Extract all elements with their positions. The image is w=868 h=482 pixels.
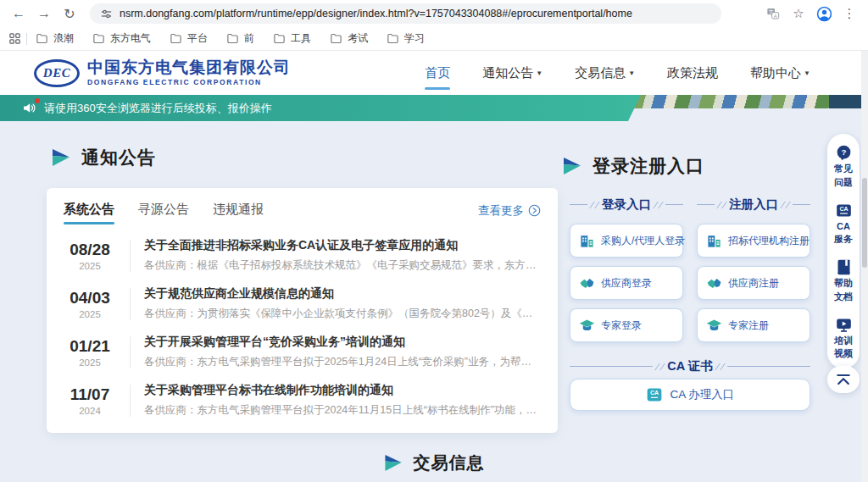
bookmark-folder[interactable]: 前 [226, 31, 254, 46]
notice-date: 11/07 [64, 385, 116, 404]
ca-badge-icon: CA [646, 386, 663, 403]
video-icon [835, 316, 853, 334]
nav-notices[interactable]: 通知公告▼ [481, 60, 544, 86]
notice-desc: 各供应商：东方电气采购管理平台拟于2025年1月24日上线“竞价采购”业务，为帮… [144, 355, 541, 369]
notice-year: 2025 [64, 261, 116, 271]
svg-text:CA: CA [649, 390, 658, 396]
bookmark-folder[interactable]: 东方电气 [92, 31, 151, 46]
bookmark-folder[interactable]: 考试 [330, 31, 368, 46]
graduation-cap-icon [579, 318, 595, 334]
apps-grid-icon[interactable] [8, 32, 21, 45]
browser-toolbar: ← → ↻ nsrm.dongfang.com/platform/runtime… [0, 0, 868, 27]
company-logo[interactable]: DEC 中国东方电气集团有限公司 DONGFANG ELECTRIC CORPO… [34, 59, 291, 87]
notice-year: 2025 [64, 357, 116, 368]
quick-toolbar: ? 常见 问题 CA CA 服务 帮助 文档 培训 视频 [827, 134, 860, 368]
bookmark-folder[interactable]: 平台 [170, 31, 208, 46]
question-icon: ? [835, 144, 853, 162]
divider [130, 240, 131, 272]
site-settings-icon[interactable] [100, 8, 113, 20]
notice-desc: 各供应商：东方电气采购管理平台拟于2024年11月15日上线“标书在线制作”功能… [144, 403, 541, 418]
section-title: 交易信息 [414, 452, 485, 474]
section-arrow-icon [51, 148, 71, 167]
notice-row[interactable]: 04/03 2025 关于规范供应商企业规模信息的通知 各供应商：为贯彻落实《保… [64, 280, 541, 328]
nav-home[interactable]: 首页 [423, 60, 452, 86]
ca-service-tool[interactable]: CA CA 服务 [834, 202, 853, 247]
address-bar[interactable]: nsrm.dongfang.com/platform/runtime/epp/d… [90, 3, 721, 24]
training-videos-tool[interactable]: 培训 视频 [834, 316, 853, 361]
notice-row[interactable]: 01/21 2025 关于开展采购管理平台“竞价采购业务”培训的通知 各供应商：… [64, 328, 541, 376]
view-more-link[interactable]: 查看更多 [478, 203, 541, 224]
trade-section-header: 交易信息 [384, 452, 485, 474]
section-title: 通知公告 [81, 146, 156, 169]
expert-register-button[interactable]: 专家注册 [697, 308, 810, 342]
supplier-register-button[interactable]: 供应商注册 [697, 266, 810, 300]
bookmark-folder[interactable]: 工具 [273, 31, 311, 46]
reload-button[interactable]: ↻ [59, 3, 80, 24]
bookmark-star-icon[interactable]: ☆ [790, 5, 807, 22]
supplier-login-button[interactable]: 供应商登录 [570, 266, 683, 300]
notice-list: 08/28 2025 关于全面推进非招标采购业务CA认证及电子签章应用的通知 各… [64, 231, 541, 424]
tab-violation-reports[interactable]: 违规通报 [213, 202, 264, 224]
company-name-en: DONGFANG ELECTRIC CORPORATION [87, 78, 291, 86]
notice-section-header: 通知公告 [51, 146, 156, 169]
svg-text:?: ? [841, 147, 846, 157]
notice-desc: 各供应商：为贯彻落实《保障中小企业款项支付条例》（国务院令第802号）及《中小企… [144, 307, 541, 321]
chevron-down-icon: ▼ [536, 69, 542, 77]
forward-button[interactable]: → [34, 3, 54, 24]
nav-policies[interactable]: 政策法规 [665, 60, 720, 86]
notice-tabs: 系统公告 寻源公告 违规通报 查看更多 [64, 202, 541, 224]
speaker-icon [22, 101, 36, 115]
scrollbar-thumb[interactable] [862, 178, 867, 268]
ca-cert-header: CA 证书 [570, 358, 810, 374]
svg-text:A: A [774, 14, 777, 19]
expert-login-button[interactable]: 专家登录 [570, 308, 683, 342]
company-name-cn: 中国东方电气集团有限公司 [87, 59, 291, 77]
notice-row[interactable]: 11/07 2024 关于采购管理平台标书在线制作功能培训的通知 各供应商：东方… [64, 376, 541, 424]
help-docs-tool[interactable]: 帮助 文档 [834, 258, 853, 303]
handshake-icon [579, 275, 595, 291]
notice-title: 关于全面推进非招标采购业务CA认证及电子签章应用的通知 [144, 238, 541, 253]
page-scrollbar[interactable] [861, 51, 868, 482]
notice-year: 2025 [64, 309, 116, 319]
notice-year: 2024 [64, 406, 116, 416]
svg-text:CA: CA [839, 205, 848, 211]
tab-sourcing-notices[interactable]: 寻源公告 [138, 202, 189, 224]
handshake-icon [706, 275, 722, 291]
bookmarks-bar: 浪潮 东方电气 平台 前 工具 考试 学习 [0, 27, 868, 51]
book-icon [835, 258, 853, 276]
faq-tool[interactable]: ? 常见 问题 [834, 144, 853, 189]
buyer-agent-login-button[interactable]: 采购人/代理人登录 [570, 224, 683, 258]
back-button[interactable]: ← [8, 3, 29, 24]
login-entry-header: 登录入口 [570, 197, 683, 213]
login-section-header: 登录注册入口 [562, 154, 704, 178]
translate-icon[interactable]: 文A [765, 5, 782, 22]
divider [130, 336, 131, 368]
notice-row[interactable]: 08/28 2025 关于全面推进非招标采购业务CA认证及电子签章应用的通知 各… [64, 231, 541, 280]
divider [26, 33, 27, 45]
site-header: DEC 中国东方电气集团有限公司 DONGFANG ELECTRIC CORPO… [0, 51, 868, 95]
back-to-top-button[interactable] [827, 366, 860, 393]
profile-avatar-icon[interactable] [815, 5, 832, 22]
arrow-up-icon [835, 373, 852, 386]
tab-system-notices[interactable]: 系统公告 [64, 202, 114, 224]
url-text: nsrm.dongfang.com/platform/runtime/epp/d… [120, 8, 632, 19]
bidding-agency-register-button[interactable]: 招标代理机构注册 [697, 224, 810, 258]
building-icon [579, 233, 595, 249]
circle-arrow-icon [528, 204, 541, 217]
notice-date: 04/03 [64, 289, 116, 307]
portal-buttons: 采购人/代理人登录 招标代理机构注册 供应商登录 供应商注册 专家登录 专家注册 [570, 224, 810, 342]
ca-card-icon: CA [835, 202, 853, 219]
notice-title: 关于开展采购管理平台“竞价采购业务”培训的通知 [144, 335, 541, 350]
bookmark-folder[interactable]: 学习 [387, 31, 425, 46]
notice-title: 关于采购管理平台标书在线制作功能培训的通知 [144, 383, 541, 398]
ca-apply-button[interactable]: CA CA 办理入口 [570, 379, 810, 411]
menu-dots-icon[interactable]: ⋮ [841, 5, 858, 22]
chevron-down-icon: ▼ [628, 69, 635, 77]
nav-help-center[interactable]: 帮助中心▼ [748, 60, 812, 86]
nav-trade-info[interactable]: 交易信息▼ [573, 60, 637, 86]
bookmark-folder[interactable]: 浪潮 [36, 31, 74, 46]
divider [130, 385, 131, 417]
notice-ticker[interactable]: 请使用360安全浏览器进行后续投标、报价操作 [0, 95, 641, 121]
section-title: 登录注册入口 [593, 154, 704, 178]
notice-date: 01/21 [64, 337, 116, 356]
